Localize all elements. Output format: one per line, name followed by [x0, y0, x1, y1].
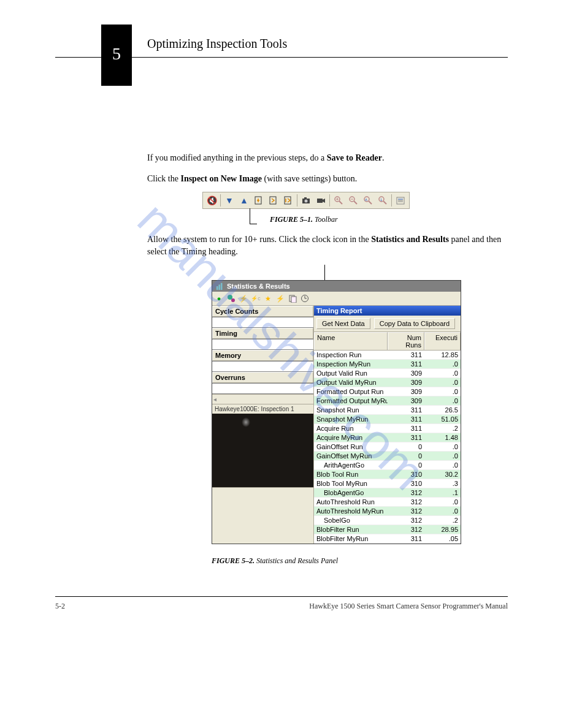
svg-rect-5 [304, 197, 307, 199]
window-title: Statistics & Results [227, 282, 290, 290]
status-bar: Hawkeye1000E: Inspection 1 [212, 404, 313, 414]
bolt2-icon[interactable]: ⚡ [275, 293, 286, 304]
statistics-toolbar: ● ⚡ ⚡c ★ ⚡ [212, 292, 461, 306]
chapter-title: Optimizing Inspection Tools [147, 37, 508, 57]
table-row[interactable]: BlobFilter Run31228.95 [314, 525, 461, 534]
bolt-c-icon[interactable]: ⚡c [250, 293, 261, 304]
preview-image [212, 414, 313, 487]
frame-next-icon[interactable] [267, 194, 280, 207]
gears-icon[interactable] [226, 293, 237, 304]
table-row[interactable]: Snapshot Run31126.5 [314, 406, 461, 415]
frame-out-icon[interactable] [282, 194, 295, 207]
category-memory[interactable]: Memory [212, 350, 313, 361]
svg-rect-27 [291, 297, 296, 303]
copy-to-clipboard-button[interactable]: Copy Data to Clipboard [374, 318, 455, 329]
table-row[interactable]: Blob Tool Run31030.2 [314, 470, 461, 479]
timing-table-header: Name Num Runs Executi [314, 332, 461, 351]
mute-icon[interactable]: 🔇 [205, 194, 218, 207]
svg-line-10 [354, 201, 357, 204]
manual-title: HawkEye 1500 Series Smart Camera Sensor … [309, 602, 508, 611]
page-footer: 5-2 HawkEye 1500 Series Smart Camera Sen… [55, 596, 508, 635]
table-row[interactable]: Inspection MyRun311.0 [314, 360, 461, 369]
figure-statistics-panel: Statistics & Results /*fallback fix belo… [212, 265, 508, 544]
callout-line-h [250, 224, 257, 224]
callout-line-panel [324, 265, 325, 280]
table-row[interactable]: Snapshot MyRun31151.05 [314, 415, 461, 424]
table-row[interactable]: SobelGo312.2 [314, 516, 461, 525]
col-numruns[interactable]: Num Runs [388, 332, 424, 350]
table-row[interactable]: Output Valid MyRun309.0 [314, 378, 461, 387]
zoom-info-icon[interactable]: 1 [376, 194, 389, 207]
zoom-out-icon[interactable] [347, 194, 360, 207]
table-row[interactable]: BlobAgentGo312.1 [314, 488, 461, 498]
window-title-bar: Statistics & Results /*fallback fix belo… [212, 281, 461, 292]
category-cycle-counts[interactable]: Cycle Counts [212, 306, 313, 317]
chapter-num-box: 5 [101, 25, 132, 86]
table-row[interactable]: BlobFilter MyRun311.05 [314, 534, 461, 544]
get-next-data-button[interactable]: Get Next Data [316, 318, 370, 329]
table-row[interactable]: Formatted Output MyRu309.0 [314, 396, 461, 406]
svg-rect-21 [216, 286, 218, 290]
properties-icon[interactable] [394, 194, 407, 207]
table-row[interactable]: GainOffset Run0.0 [314, 442, 461, 452]
green-dot-icon[interactable]: ● [213, 293, 224, 304]
figure-1-caption: FIGURE 5–1. Toolbar [270, 215, 508, 224]
camcorder-icon[interactable] [314, 194, 327, 207]
svg-line-15 [383, 201, 386, 204]
timing-table-body: Inspection Run31112.85Inspection MyRun31… [314, 351, 461, 544]
star-icon[interactable]: ★ [262, 293, 274, 304]
toolbar: 🔇 ▼ ▲ [202, 192, 410, 209]
page-number: 5-2 [55, 602, 65, 611]
table-row[interactable]: Acquire MyRun3111.48 [314, 433, 461, 442]
svg-line-8 [339, 201, 342, 204]
svg-point-4 [305, 200, 308, 203]
svg-point-25 [231, 298, 235, 302]
svg-text:A: A [365, 198, 367, 202]
table-row[interactable]: Output Valid Run309.0 [314, 369, 461, 378]
svg-rect-23 [221, 283, 223, 290]
table-row[interactable]: Acquire Run311.2 [314, 424, 461, 433]
camera-icon[interactable] [299, 194, 313, 207]
categories-pane: Cycle Counts Timing Memory Overruns ◂ [212, 306, 313, 404]
svg-rect-22 [218, 285, 220, 290]
copy-icon[interactable] [287, 293, 298, 304]
category-timing[interactable]: Timing [212, 328, 313, 339]
table-row[interactable]: Inspection Run31112.85 [314, 351, 461, 360]
paragraph-1: If you modified anything in the previous… [147, 152, 508, 164]
frame-step-icon[interactable] [252, 194, 266, 207]
svg-rect-6 [317, 199, 323, 203]
timing-report-pane: Timing Report Get Next Data Copy Data to… [313, 306, 461, 544]
table-row[interactable]: Formatted Output Run309.0 [314, 387, 461, 396]
table-row[interactable]: Blob Tool MyRun310.3 [314, 479, 461, 488]
chapter-header: 5 Optimizing Inspection Tools [55, 37, 508, 58]
scrollbar-h[interactable]: ◂ [212, 394, 313, 404]
statistics-window: Statistics & Results /*fallback fix belo… [212, 280, 461, 544]
svg-point-24 [228, 295, 232, 300]
figure-toolbar: 🔇 ▼ ▲ [202, 192, 508, 209]
clock-icon[interactable] [299, 293, 310, 304]
paragraph-3: Allow the system to run for 10+ runs. Cl… [147, 233, 508, 257]
category-overruns[interactable]: Overruns [212, 372, 313, 383]
col-name[interactable]: Name [314, 332, 388, 350]
callout-line [250, 208, 250, 224]
zoom-auto-icon[interactable]: A [361, 194, 375, 207]
figure-2-caption: FIGURE 5–2. Statistics and Results Panel [212, 556, 508, 566]
table-row[interactable]: AutoThreshold MyRun312.0 [314, 507, 461, 516]
svg-rect-1 [270, 197, 276, 204]
triangle-up-icon[interactable]: ▲ [237, 194, 251, 207]
col-executi[interactable]: Executi [424, 332, 461, 350]
paragraph-2: Click the Inspect on New Image (with sav… [147, 173, 508, 185]
table-row[interactable]: AutoThreshold Run312.0 [314, 498, 461, 507]
table-row[interactable]: GainOffset MyRun0.0 [314, 452, 461, 461]
zoom-in-icon[interactable] [332, 194, 345, 207]
bolt-icon[interactable]: ⚡ [238, 293, 249, 304]
svg-line-12 [369, 201, 372, 204]
table-row[interactable]: ArithAgentGo0.0 [314, 461, 461, 470]
triangle-down-icon[interactable]: ▼ [223, 194, 236, 207]
timing-title: Timing Report [314, 306, 461, 316]
